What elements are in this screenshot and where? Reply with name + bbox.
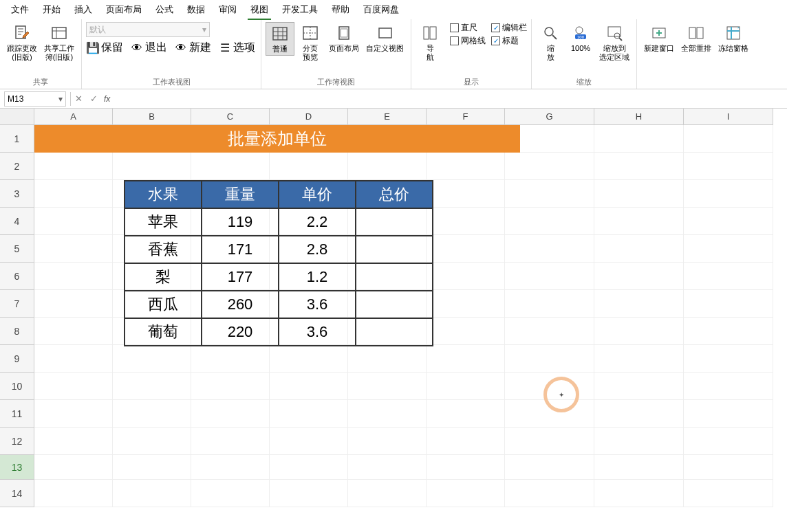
share-workbook-button[interactable]: 共享工作 簿(旧版) [41, 22, 77, 63]
cell-A11[interactable] [34, 400, 113, 428]
cell-I14[interactable] [684, 480, 773, 507]
name-box[interactable]: M13 ▾ [4, 91, 66, 107]
formula-input[interactable] [113, 91, 787, 107]
row-header-8[interactable]: 8 [0, 318, 34, 345]
cell-F11[interactable] [427, 400, 505, 428]
headings-checkbox[interactable]: 标题 [491, 35, 527, 47]
row-header-14[interactable]: 14 [0, 480, 34, 507]
cell-G12[interactable] [505, 428, 594, 455]
cell-B11[interactable] [113, 400, 191, 428]
cell-F3[interactable] [427, 180, 505, 208]
menu-页面布局[interactable]: 页面布局 [99, 1, 149, 19]
cell-C11[interactable] [191, 400, 270, 428]
exit-button[interactable]: 👁 退出 [130, 40, 169, 56]
menu-文件[interactable]: 文件 [4, 1, 36, 19]
cell-I3[interactable] [684, 180, 773, 208]
cell-F10[interactable] [427, 373, 505, 400]
arrange-button[interactable]: 全部重排 [678, 22, 714, 54]
col-header-G[interactable]: G [505, 109, 594, 125]
cell-G2[interactable] [505, 153, 594, 180]
cell-A4[interactable] [34, 208, 113, 235]
customview-button[interactable]: 自定义视图 [363, 22, 407, 54]
cell-E2[interactable] [348, 153, 427, 180]
cell-E9[interactable] [348, 345, 427, 373]
navigation-button[interactable]: 导 航 [416, 22, 444, 63]
cell-G4[interactable] [505, 208, 594, 235]
formulabar-checkbox[interactable]: 编辑栏 [491, 22, 527, 34]
menu-视图[interactable]: 视图 [244, 1, 275, 19]
cell-A10[interactable] [34, 373, 113, 400]
cell-I10[interactable] [684, 373, 773, 400]
cell-G13[interactable] [505, 455, 594, 480]
menu-帮助[interactable]: 帮助 [325, 1, 356, 19]
cell-G5[interactable] [505, 235, 594, 263]
row-header-11[interactable]: 11 [0, 400, 34, 428]
cell-H8[interactable] [594, 318, 684, 345]
cell-E10[interactable] [348, 373, 427, 400]
row-header-9[interactable]: 9 [0, 345, 34, 373]
cell-F13[interactable] [427, 455, 505, 480]
cell-D11[interactable] [270, 400, 348, 428]
cell-G14[interactable] [505, 480, 594, 507]
cell-A6[interactable] [34, 263, 113, 290]
fx-icon[interactable]: fx [101, 94, 113, 104]
row-header-2[interactable]: 2 [0, 153, 34, 180]
pagebreak-view-button[interactable]: 分页 预览 [296, 22, 325, 63]
cell-A2[interactable] [34, 153, 113, 180]
cell-C2[interactable] [191, 153, 270, 180]
cell-H10[interactable] [594, 373, 684, 400]
cell-I8[interactable] [684, 318, 773, 345]
cell-H13[interactable] [594, 455, 684, 480]
cell-H5[interactable] [594, 235, 684, 263]
menu-公式[interactable]: 公式 [149, 1, 180, 19]
normal-view-button[interactable]: 普通 [266, 22, 294, 56]
cell-C13[interactable] [191, 455, 270, 480]
cell-A14[interactable] [34, 480, 113, 507]
cell-I6[interactable] [684, 263, 773, 290]
zoom-button[interactable]: 缩 放 [536, 22, 565, 63]
cell-F14[interactable] [427, 480, 505, 507]
cell-I11[interactable] [684, 400, 773, 428]
cell-G7[interactable] [505, 290, 594, 318]
cell-G9[interactable] [505, 345, 594, 373]
cell-E13[interactable] [348, 455, 427, 480]
new-button[interactable]: 👁 新建 [174, 40, 213, 56]
sheetview-dropdown[interactable]: 默认 ▾ [86, 22, 210, 37]
newwindow-button[interactable]: 新建窗口 [641, 22, 677, 54]
cell-D9[interactable] [270, 345, 348, 373]
row-header-1[interactable]: 1 [0, 125, 34, 153]
gridlines-checkbox[interactable]: 网格线 [450, 35, 486, 47]
cell-H2[interactable] [594, 153, 684, 180]
cell-H4[interactable] [594, 208, 684, 235]
cell-C12[interactable] [191, 428, 270, 455]
cell-C9[interactable] [191, 345, 270, 373]
col-header-E[interactable]: E [348, 109, 427, 125]
cell-F2[interactable] [427, 153, 505, 180]
cell-E12[interactable] [348, 428, 427, 455]
cell-A8[interactable] [34, 318, 113, 345]
cell-F9[interactable] [427, 345, 505, 373]
cell-H11[interactable] [594, 400, 684, 428]
cell-D14[interactable] [270, 480, 348, 507]
cell-B10[interactable] [113, 373, 191, 400]
col-header-H[interactable]: H [594, 109, 684, 125]
cell-I7[interactable] [684, 290, 773, 318]
menu-审阅[interactable]: 审阅 [212, 1, 244, 19]
cell-H9[interactable] [594, 345, 684, 373]
spreadsheet-grid[interactable]: ABCDEFGHI 1234567891011121314 批量添加单位 水果重… [0, 109, 787, 507]
cell-H1[interactable] [594, 125, 684, 153]
menu-插入[interactable]: 插入 [67, 1, 99, 19]
zoom-selection-button[interactable]: 缩放到 选定区域 [596, 22, 632, 63]
cell-H3[interactable] [594, 180, 684, 208]
cell-C14[interactable] [191, 480, 270, 507]
row-header-4[interactable]: 4 [0, 208, 34, 235]
freeze-button[interactable]: * 冻结窗格 [715, 22, 751, 54]
cell-I2[interactable] [684, 153, 773, 180]
cell-G3[interactable] [505, 180, 594, 208]
col-header-B[interactable]: B [113, 109, 191, 125]
zoom-100-button[interactable]: 100 100% [566, 22, 595, 54]
cell-F4[interactable] [427, 208, 505, 235]
row-header-13[interactable]: 13 [0, 455, 34, 480]
cell-B14[interactable] [113, 480, 191, 507]
track-changes-button[interactable]: 跟踪更改 (旧版) [4, 22, 40, 63]
